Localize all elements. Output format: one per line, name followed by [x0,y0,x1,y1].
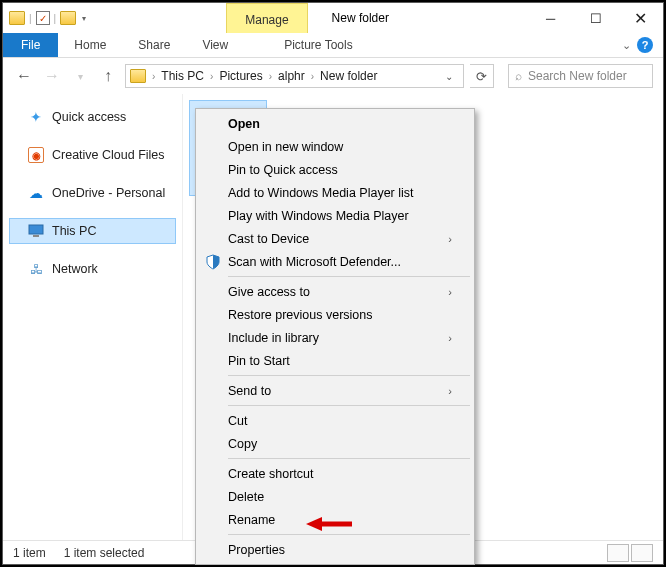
navigation-pane: ✦ Quick access ◉ Creative Cloud Files ☁ … [3,94,183,540]
ctx-cast-to-device[interactable]: Cast to Device › [198,227,472,250]
chevron-right-icon[interactable]: › [267,71,274,82]
tab-home[interactable]: Home [58,33,122,57]
tab-view[interactable]: View [186,33,244,57]
ctx-pin-quick-access[interactable]: Pin to Quick access [198,158,472,181]
menu-separator [228,276,470,277]
menu-separator [228,458,470,459]
help-icon[interactable]: ? [637,37,653,53]
ctx-send-to[interactable]: Send to › [198,379,472,402]
context-menu: Open Open in new window Pin to Quick acc… [195,108,475,565]
ctx-cut[interactable]: Cut [198,409,472,432]
chevron-right-icon[interactable]: › [150,71,157,82]
ctx-item-label: Cast to Device [228,232,309,246]
tab-picture-tools[interactable]: Picture Tools [268,33,368,57]
shield-icon [204,253,222,271]
nav-item-label: Quick access [52,110,126,124]
ribbon-collapse-icon[interactable]: ⌄ [622,39,631,52]
star-icon: ✦ [28,109,44,125]
ctx-copy[interactable]: Copy [198,432,472,455]
network-icon: 🖧 [28,261,44,277]
chevron-right-icon: › [448,286,452,298]
ctx-restore-previous[interactable]: Restore previous versions [198,303,472,326]
picture-tools-manage-tab[interactable]: Manage [226,3,307,33]
up-button[interactable]: ↑ [97,65,119,87]
details-view-button[interactable] [607,544,629,562]
large-icons-view-button[interactable] [631,544,653,562]
nav-item-label: OneDrive - Personal [52,186,165,200]
svg-rect-1 [33,235,39,237]
maximize-button[interactable]: ☐ [573,3,618,33]
breadcrumb-current[interactable]: New folder [316,69,381,83]
ctx-item-label: Include in library [228,331,319,345]
ctx-item-label: Send to [228,384,271,398]
search-placeholder: Search New folder [528,69,627,83]
breadcrumb-alphr[interactable]: alphr [274,69,309,83]
ctx-create-shortcut[interactable]: Create shortcut [198,462,472,485]
titlebar: | ✓ | ▾ Manage New folder ─ ☐ ✕ [3,3,663,33]
address-dropdown-icon[interactable]: ⌄ [439,71,459,82]
item-count: 1 item [13,546,46,560]
qat-customize-dropdown[interactable]: ▾ [82,14,86,23]
ctx-item-label: Scan with Microsoft Defender... [228,255,401,269]
close-button[interactable]: ✕ [618,3,663,33]
qat-properties-icon[interactable]: ✓ [36,11,50,25]
search-box[interactable]: ⌕ Search New folder [508,64,653,88]
chevron-right-icon: › [448,233,452,245]
menu-separator [228,534,470,535]
nav-this-pc[interactable]: This PC [9,218,176,244]
ctx-play-wmp[interactable]: Play with Windows Media Player [198,204,472,227]
breadcrumb-pictures[interactable]: Pictures [215,69,266,83]
file-explorer-window: | ✓ | ▾ Manage New folder ─ ☐ ✕ File Hom… [2,2,664,565]
nav-creative-cloud[interactable]: ◉ Creative Cloud Files [9,142,176,168]
ribbon-tabs: File Home Share View Picture Tools ⌄ ? [3,33,663,58]
navigation-row: ← → ▾ ↑ › This PC › Pictures › alphr › N… [3,58,663,94]
forward-button[interactable]: → [41,65,63,87]
ctx-open-new-window[interactable]: Open in new window [198,135,472,158]
ctx-add-wmp-list[interactable]: Add to Windows Media Player list [198,181,472,204]
window-title: New folder [308,3,389,33]
nav-item-label: Network [52,262,98,276]
qat-separator: | [29,13,32,24]
tab-share[interactable]: Share [122,33,186,57]
chevron-right-icon: › [448,332,452,344]
ctx-rename[interactable]: Rename [198,508,472,531]
ctx-include-library[interactable]: Include in library › [198,326,472,349]
ctx-properties[interactable]: Properties [198,538,472,561]
ctx-item-label: Give access to [228,285,310,299]
monitor-icon [28,223,44,239]
refresh-button[interactable]: ⟳ [470,64,494,88]
nav-network[interactable]: 🖧 Network [9,256,176,282]
qat-separator: | [54,13,57,24]
chevron-right-icon[interactable]: › [208,71,215,82]
recent-locations-dropdown[interactable]: ▾ [69,65,91,87]
menu-separator [228,375,470,376]
qat-newfolder-icon[interactable] [60,11,76,25]
ctx-delete[interactable]: Delete [198,485,472,508]
ctx-scan-defender[interactable]: Scan with Microsoft Defender... [198,250,472,273]
search-icon: ⌕ [515,69,522,83]
cloud-icon: ☁ [28,185,44,201]
chevron-right-icon: › [448,385,452,397]
app-icon [9,11,25,25]
address-folder-icon [130,69,146,83]
ctx-open[interactable]: Open [198,112,472,135]
selection-count: 1 item selected [64,546,145,560]
nav-item-label: This PC [52,224,96,238]
back-button[interactable]: ← [13,65,35,87]
address-bar[interactable]: › This PC › Pictures › alphr › New folde… [125,64,464,88]
nav-quick-access[interactable]: ✦ Quick access [9,104,176,130]
chevron-right-icon[interactable]: › [309,71,316,82]
minimize-button[interactable]: ─ [528,3,573,33]
ctx-give-access-to[interactable]: Give access to › [198,280,472,303]
breadcrumb-this-pc[interactable]: This PC [157,69,208,83]
nav-item-label: Creative Cloud Files [52,148,165,162]
menu-separator [228,405,470,406]
svg-rect-0 [29,225,43,234]
creative-cloud-icon: ◉ [28,147,44,163]
tab-file[interactable]: File [3,33,58,57]
nav-onedrive[interactable]: ☁ OneDrive - Personal [9,180,176,206]
ctx-pin-start[interactable]: Pin to Start [198,349,472,372]
